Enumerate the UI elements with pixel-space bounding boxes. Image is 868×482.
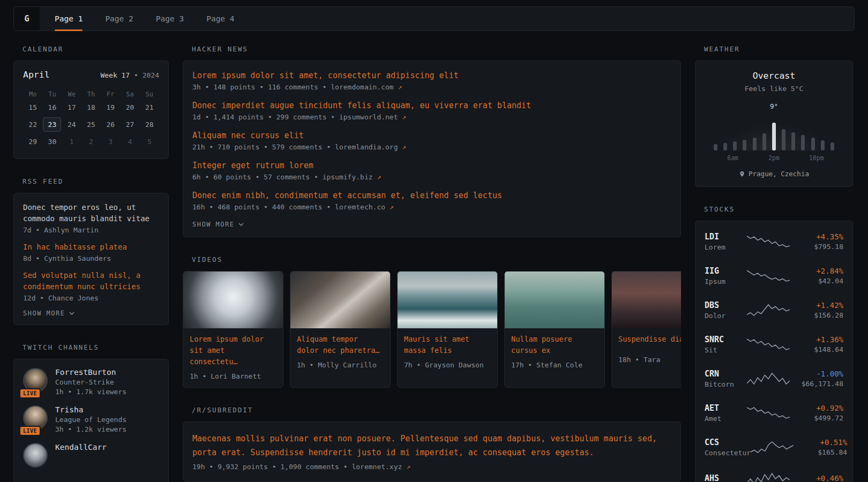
calendar-day: 5 [140,134,159,149]
calendar-header: CALENDAR [23,45,169,53]
calendar-day: 27 [121,117,139,132]
hacker-news-item-title[interactable]: Donec enim nibh, condimentum et accumsan… [192,191,671,200]
hacker-news-item-domain[interactable]: ipsumworld.net [339,113,398,121]
subreddit-header: /R/SUBREDDIT [192,406,681,414]
rss-item-title[interactable]: In hac habitasse platea [23,242,159,253]
rss-widget: RSS FEED Donec tempor eros leo, ut commo… [13,177,169,325]
twitch-channel-viewers: 1h • 1.7k viewers [55,388,126,396]
stock-ticker: IIG [705,266,747,276]
stock-price: $156.28 [790,311,843,319]
calendar-widget: CALENDAR April Week 17 • 2024 MoTuWeThFr… [13,45,169,159]
rss-show-more-button[interactable]: SHOW MORE [23,310,159,317]
hacker-news-item-meta: 3h • 148 points • 116 comments • loremdo… [192,83,671,91]
stock-values: +1.42% $156.28 [790,301,843,319]
video-card[interactable]: Nullam posuere cursus ex 17h • Stefan Co… [504,271,605,388]
hacker-news-item-domain[interactable]: loremdomain.com [331,83,393,91]
app-logo[interactable]: G [14,7,40,31]
stock-sparkline [747,235,790,248]
stock-row[interactable]: SNRC Sit +1.36% $148.64 [705,327,843,362]
twitch-channel[interactable]: LIVE Trisha League of Legends 3h • 1.2k … [23,405,159,433]
calendar-day: 4 [121,134,139,149]
video-title[interactable]: Lorem ipsum dolor sit amet consectetu… [183,328,283,367]
calendar-days: 1516171819202122232425262728293012345 [23,100,159,149]
video-title[interactable]: Aliquam tempor dolor nec pharetra… [290,328,390,356]
twitch-channel-name[interactable]: Trisha [55,405,126,414]
calendar-month: April [23,70,50,80]
stock-row[interactable]: DBS Dolor +1.42% $156.28 [705,293,843,327]
stocks-header: STOCKS [704,205,853,213]
hacker-news-item-domain[interactable]: loremlandia.org [335,143,398,151]
hacker-news-item-title[interactable]: Donec imperdiet augue tincidunt felis al… [192,101,671,110]
page-tab[interactable]: Page 1 [55,7,83,31]
video-title[interactable]: Nullam posuere cursus ex [505,328,604,356]
video-card[interactable]: Suspendisse diam 18h • Tara [611,271,681,388]
calendar-day: 20 [121,100,139,115]
twitch-avatar-wrap: LIVE [23,405,48,433]
stock-name: Ipsum [705,277,747,285]
stock-price: $165.84 [794,448,847,456]
stock-row[interactable]: LDI Lorem +4.35% $795.18 [705,224,843,259]
page-tab[interactable]: Page 3 [156,7,184,31]
external-link-icon: ↗ [390,203,394,211]
videos-header: VIDEOS [192,255,681,263]
subreddit-post-stats: 19h • 9,932 points • 1,090 comments • [192,463,351,471]
stock-name: Bitcorn [705,380,747,388]
rss-item[interactable]: Sed volutpat nulla nisl, a condimentum n… [23,270,159,302]
rss-item-title[interactable]: Sed volutpat nulla nisl, a condimentum n… [23,270,159,292]
stock-sparkline [747,337,790,351]
video-card[interactable]: Lorem ipsum dolor sit amet consectetu… 1… [183,271,283,388]
video-card[interactable]: Mauris sit amet massa felis 7h • Grayson… [397,271,498,388]
video-thumbnail [505,272,604,328]
stock-ticker: AHS [705,473,747,482]
weather-time-axis: 6am 2pm 10pm [712,154,836,162]
hacker-news-item: Lorem ipsum dolor sit amet, consectetur … [192,71,671,91]
page-tab[interactable]: Page 4 [206,7,234,31]
hacker-news-item-title[interactable]: Lorem ipsum dolor sit amet, consectetur … [192,71,671,80]
stock-change: -1.00% [790,370,843,378]
live-badge: LIVE [19,426,41,436]
hacker-news-item-title[interactable]: Aliquam nec cursus elit [192,131,671,140]
videos-carousel: Lorem ipsum dolor sit amet consectetu… 1… [183,271,681,388]
video-title[interactable]: Mauris sit amet massa felis [398,328,497,356]
twitch-channel-game: League of Legends [55,416,126,424]
stock-row[interactable]: CCS Consectetur +0.51% $165.84 [705,430,843,464]
subreddit-card: Maecenas mollis pulvinar erat non posuer… [183,421,681,482]
weather-location: Prague, Czechia [749,170,809,178]
calendar-week: Week 17 [100,71,130,79]
rss-list: Donec tempor eros leo, ut commodo mauris… [23,202,159,302]
hacker-news-item-stats: 21h • 710 points • 579 comments • [192,143,335,151]
subreddit-post-domain[interactable]: loremnet.xyz [351,463,402,471]
subreddit-post-title[interactable]: Maecenas mollis pulvinar erat non posuer… [192,432,671,460]
stock-values: +2.84% $42.04 [790,267,843,285]
calendar-day: 23 [43,117,61,132]
external-link-icon: ↗ [406,463,410,471]
twitch-channel[interactable]: LIVE ForrestBurton Counter-Strike 1h • 1… [23,368,159,396]
rss-item-title[interactable]: Donec tempor eros leo, ut commodo mauris… [23,202,159,224]
rss-item[interactable]: In hac habitasse platea 8d • Cynthia Sau… [23,242,159,262]
stock-row[interactable]: AHS +0.46% [705,464,843,482]
stock-name: Amet [705,415,747,423]
stock-row[interactable]: IIG Ipsum +2.84% $42.04 [705,259,843,293]
right-column: WEATHER Overcast Feels like 5°C 9° 6am 2… [695,45,853,482]
twitch-channel-name[interactable]: KendallCarr [55,443,107,451]
hacker-news-item-domain[interactable]: ipsumify.biz [323,173,373,181]
twitch-channel-info: ForrestBurton Counter-Strike 1h • 1.7k v… [55,368,126,396]
page-tab[interactable]: Page 2 [105,7,133,31]
rss-item[interactable]: Donec tempor eros leo, ut commodo mauris… [23,202,159,234]
video-title[interactable]: Suspendisse diam [612,328,681,351]
stock-price: $499.72 [790,414,843,422]
twitch-channel-name[interactable]: ForrestBurton [55,368,126,376]
hacker-news-item-title[interactable]: Integer eget rutrum lorem [192,161,671,170]
stock-row[interactable]: AET Amet +0.92% $499.72 [705,396,843,430]
twitch-channel[interactable]: KendallCarr [23,443,159,468]
twitch-channel-viewers: 3h • 1.2k viewers [55,425,126,433]
video-thumbnail [612,272,681,328]
hacker-news-item-domain[interactable]: loremtech.co [335,203,385,211]
calendar-year: 2024 [143,71,159,79]
video-card[interactable]: Aliquam tempor dolor nec pharetra… 1h • … [290,271,391,388]
stock-row[interactable]: CRN Bitcorn -1.00% $66,171.48 [705,362,843,396]
stock-name: Sit [705,346,747,354]
hacker-news-widget: HACKER NEWS Lorem ipsum dolor sit amet, … [183,45,681,237]
hacker-news-show-more-button[interactable]: SHOW MORE [192,221,671,228]
stock-price: $795.18 [790,243,843,251]
